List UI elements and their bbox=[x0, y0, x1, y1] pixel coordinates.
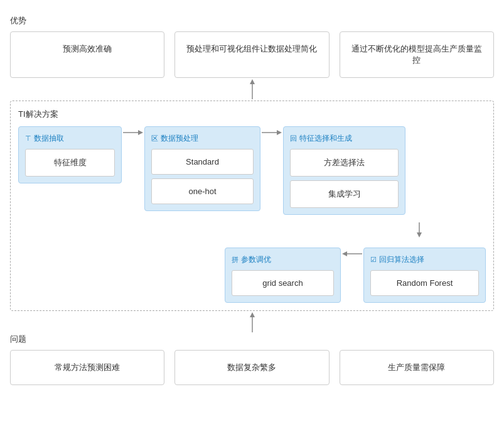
arrow-extract-to-preprocess bbox=[122, 126, 144, 139]
item-variance: 方差选择法 bbox=[290, 149, 399, 177]
advantages-boxes: 预测高效准确 预处理和可视化组件让数据处理简化 通过不断优化的模型提高生产质量监… bbox=[10, 31, 494, 78]
data-extract-icon: ⊤ bbox=[25, 134, 31, 143]
flow-diagram: ⊤ 数据抽取 特征维度 区 数据预处理 bbox=[18, 126, 486, 303]
group-feature: 回 特征选择和生成 方差选择法 集成学习 bbox=[283, 126, 405, 215]
group-param-title: 拼 参数调优 bbox=[232, 254, 334, 265]
item-random-forest: Random Forest bbox=[370, 270, 479, 296]
group-param-tune: 拼 参数调优 grid search bbox=[225, 248, 341, 303]
svg-marker-7 bbox=[417, 232, 422, 237]
flow-row-2: 拼 参数调优 grid search ☑ 回归算法选择 bbox=[18, 248, 486, 303]
advantages-label: 优势 bbox=[10, 15, 494, 26]
svg-marker-11 bbox=[250, 312, 255, 317]
item-grid-search: grid search bbox=[232, 270, 334, 296]
group-regression: ☑ 回归算法选择 Random Forest bbox=[363, 248, 486, 303]
svg-marker-1 bbox=[250, 79, 255, 84]
regression-label: 回归算法选择 bbox=[379, 254, 424, 265]
group-data-extract-title: ⊤ 数据抽取 bbox=[25, 133, 115, 144]
advantage-item-2: 通过不断优化的模型提高生产质量监控 bbox=[340, 31, 494, 78]
param-label: 参数调优 bbox=[241, 254, 271, 265]
ti-solution-section: TI解决方案 ⊤ 数据抽取 特征维度 bbox=[10, 101, 494, 311]
preprocess-label: 数据预处理 bbox=[161, 133, 198, 144]
item-onehot: one-hot bbox=[151, 178, 254, 204]
problems-label: 问题 bbox=[10, 334, 494, 345]
ti-solution-label: TI解决方案 bbox=[18, 109, 486, 120]
svg-marker-5 bbox=[277, 130, 282, 135]
problems-boxes: 常规方法预测困难 数据复杂繁多 生产质量需保障 bbox=[10, 350, 494, 385]
feature-icon: 回 bbox=[290, 134, 297, 143]
param-icon: 拼 bbox=[232, 255, 239, 264]
page-wrapper: 优势 预测高效准确 预处理和可视化组件让数据处理简化 通过不断优化的模型提高生产… bbox=[0, 0, 504, 395]
flow-row-1: ⊤ 数据抽取 特征维度 区 数据预处理 bbox=[18, 126, 486, 215]
svg-marker-3 bbox=[138, 130, 143, 135]
data-extract-label: 数据抽取 bbox=[34, 133, 64, 144]
feature-label: 特征选择和生成 bbox=[299, 133, 352, 144]
problem-item-0: 常规方法预测困难 bbox=[10, 350, 164, 385]
problem-item-1: 数据复杂繁多 bbox=[174, 350, 329, 385]
svg-marker-9 bbox=[342, 251, 347, 256]
item-standard: Standard bbox=[151, 149, 254, 175]
arrow-regression-to-param bbox=[341, 248, 363, 260]
advantage-item-1: 预处理和可视化组件让数据处理简化 bbox=[174, 31, 329, 78]
item-ensemble: 集成学习 bbox=[290, 180, 399, 208]
preprocess-icon: 区 bbox=[151, 134, 158, 143]
group-data-extract: ⊤ 数据抽取 特征维度 bbox=[18, 126, 122, 183]
arrow-connector-bottom bbox=[10, 311, 494, 334]
advantage-item-0: 预测高效准确 bbox=[10, 31, 164, 78]
v-arrow-feature-regression bbox=[18, 221, 426, 239]
problem-item-2: 生产质量需保障 bbox=[340, 350, 494, 385]
group-regression-title: ☑ 回归算法选择 bbox=[370, 254, 479, 265]
arrow-preprocess-to-feature bbox=[260, 126, 283, 139]
advantages-section: 优势 预测高效准确 预处理和可视化组件让数据处理简化 通过不断优化的模型提高生产… bbox=[10, 10, 494, 78]
problems-section: 问题 常规方法预测困难 数据复杂繁多 生产质量需保障 bbox=[10, 334, 494, 385]
arrow-connector-top bbox=[10, 78, 494, 101]
regression-icon: ☑ bbox=[370, 256, 377, 264]
group-preprocess: 区 数据预处理 Standard one-hot bbox=[144, 126, 260, 211]
item-feature-dim: 特征维度 bbox=[25, 149, 115, 177]
group-preprocess-title: 区 数据预处理 bbox=[151, 133, 254, 144]
group-feature-title: 回 特征选择和生成 bbox=[290, 133, 399, 144]
